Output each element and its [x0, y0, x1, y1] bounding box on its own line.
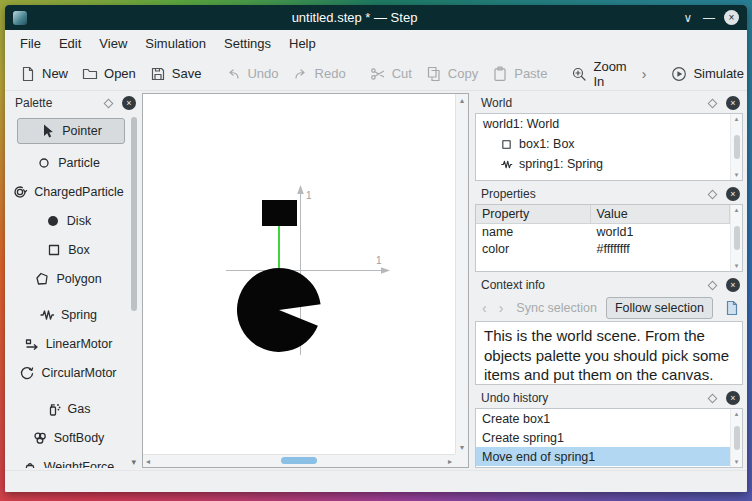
- close-panel-button[interactable]: ×: [726, 187, 740, 201]
- float-panel-icon[interactable]: [104, 98, 114, 108]
- redo-button[interactable]: Redo: [286, 61, 353, 87]
- paste-button[interactable]: Paste: [485, 61, 554, 87]
- properties-table: Property Value name world1 color #ffffff…: [476, 205, 730, 258]
- open-button[interactable]: Open: [75, 61, 143, 87]
- list-item-selected[interactable]: Move end of spring1: [476, 447, 730, 466]
- world-panel: World × world1: World box1: Box: [475, 93, 743, 181]
- sync-selection-button[interactable]: Sync selection: [511, 298, 602, 318]
- table-row[interactable]: color #ffffffff: [476, 241, 730, 258]
- redo-button-label: Redo: [315, 66, 346, 81]
- float-panel-icon[interactable]: [708, 393, 718, 403]
- menu-view[interactable]: View: [90, 32, 136, 55]
- column-header-value[interactable]: Value: [590, 205, 729, 224]
- canvas-horizontal-scrollbar[interactable]: ◂ ▸: [143, 454, 455, 467]
- disk-object[interactable]: [237, 268, 321, 352]
- undo-scrollbar[interactable]: ▴ ▾: [730, 409, 742, 467]
- close-panel-button[interactable]: ×: [726, 96, 740, 110]
- palette-item-linearmotor[interactable]: LinearMotor: [9, 329, 139, 358]
- close-panel-button[interactable]: ×: [726, 391, 740, 405]
- follow-selection-button[interactable]: Follow selection: [606, 297, 713, 319]
- palette-item-label: Pointer: [62, 124, 102, 138]
- scroll-down-icon[interactable]: ▾: [735, 171, 739, 179]
- palette-item-spring[interactable]: Spring: [9, 300, 139, 329]
- palette-item-weightforce[interactable]: WeightForce: [9, 452, 139, 468]
- copy-button[interactable]: Copy: [419, 61, 485, 87]
- palette-item-label: SoftBody: [54, 431, 105, 445]
- palette-item-disk[interactable]: Disk: [9, 206, 139, 235]
- undo-scrollbar-thumb[interactable]: [734, 426, 740, 450]
- new-button[interactable]: New: [13, 61, 75, 87]
- simulate-button[interactable]: Simulate ▾: [664, 61, 747, 87]
- palette-list: Pointer Particle ChargedParticle Disk: [9, 113, 139, 468]
- palette-item-softbody[interactable]: SoftBody: [9, 423, 139, 452]
- undo-button[interactable]: Undo: [218, 61, 285, 87]
- palette-item-box[interactable]: Box: [9, 235, 139, 264]
- properties-scrollbar-thumb[interactable]: [734, 226, 740, 250]
- canvas-hscroll-thumb[interactable]: [281, 457, 317, 464]
- scroll-down-icon[interactable]: ▾: [735, 458, 739, 466]
- world-panel-header: World ×: [475, 93, 743, 113]
- scroll-up-icon[interactable]: ▴: [735, 206, 739, 214]
- back-icon[interactable]: ‹: [478, 300, 491, 316]
- palette-scroll-down-icon[interactable]: ▾: [131, 457, 136, 467]
- shade-button[interactable]: ∨: [679, 11, 697, 25]
- scroll-down-icon[interactable]: ▾: [735, 262, 739, 270]
- palette-item-chargedparticle[interactable]: ChargedParticle: [9, 177, 139, 206]
- zoom-in-button[interactable]: Zoom In: [564, 54, 633, 94]
- world-scrollbar[interactable]: ▴ ▾: [730, 114, 742, 180]
- toolbar-overflow-chevron[interactable]: ›: [634, 66, 655, 82]
- scroll-left-icon[interactable]: ◂: [146, 457, 150, 466]
- list-item[interactable]: Create box1: [476, 409, 730, 428]
- property-value-cell[interactable]: #ffffffff: [590, 241, 729, 258]
- palette-item-particle[interactable]: Particle: [9, 148, 139, 177]
- scene-canvas[interactable]: 1 1 ▴ ▾ ◂ ▸: [142, 93, 469, 468]
- palette-item-pointer[interactable]: Pointer: [17, 118, 125, 144]
- canvas-vertical-scrollbar[interactable]: ▴ ▾: [455, 94, 468, 454]
- scroll-right-icon[interactable]: ▸: [448, 457, 452, 466]
- tree-item-world1[interactable]: world1: World: [476, 114, 742, 134]
- close-button[interactable]: ×: [724, 10, 739, 25]
- linear-motor-icon: [24, 336, 40, 352]
- table-row[interactable]: name world1: [476, 224, 730, 241]
- properties-table-wrap: Property Value name world1 color #ffffff…: [475, 204, 743, 272]
- tree-item-box1[interactable]: box1: Box: [476, 134, 742, 154]
- menu-simulation[interactable]: Simulation: [136, 32, 215, 55]
- palette-item-polygon[interactable]: Polygon: [9, 264, 139, 293]
- scroll-up-icon[interactable]: ▴: [735, 410, 739, 418]
- titlebar[interactable]: untitled.step * — Step ∨ — ×: [5, 5, 747, 30]
- menu-edit[interactable]: Edit: [50, 32, 90, 55]
- close-panel-button[interactable]: ×: [122, 96, 136, 110]
- scrollbar-corner: [455, 454, 468, 467]
- charged-particle-icon: [12, 184, 28, 200]
- palette-item-gas[interactable]: Gas: [9, 394, 139, 423]
- property-value-cell[interactable]: world1: [590, 224, 729, 241]
- scroll-up-icon[interactable]: ▴: [735, 115, 739, 123]
- properties-scrollbar[interactable]: ▴ ▾: [730, 205, 742, 271]
- palette-scrollbar[interactable]: [130, 117, 138, 452]
- list-item[interactable]: Create spring1: [476, 428, 730, 447]
- world-scrollbar-thumb[interactable]: [734, 135, 740, 159]
- menu-help[interactable]: Help: [280, 32, 325, 55]
- float-panel-icon[interactable]: [708, 189, 718, 199]
- palette-scrollbar-thumb[interactable]: [131, 117, 137, 311]
- cut-button[interactable]: Cut: [363, 61, 419, 87]
- menu-file[interactable]: File: [11, 32, 50, 55]
- tree-item-spring1[interactable]: spring1: Spring: [476, 154, 742, 174]
- save-button[interactable]: Save: [143, 61, 209, 87]
- scene-view[interactable]: 1 1: [143, 94, 455, 454]
- box1-object[interactable]: [262, 200, 297, 226]
- float-panel-icon[interactable]: [708, 280, 718, 290]
- close-panel-button[interactable]: ×: [726, 278, 740, 292]
- palette-item-circularmotor[interactable]: CircularMotor: [9, 358, 139, 387]
- palette-item-label: Polygon: [56, 272, 101, 286]
- simulate-button-label: Simulate: [693, 66, 744, 81]
- open-in-browser-icon[interactable]: [724, 300, 740, 316]
- minimize-button[interactable]: —: [700, 11, 718, 25]
- scroll-down-icon[interactable]: ▾: [460, 443, 464, 452]
- forward-icon[interactable]: ›: [495, 300, 508, 316]
- cut-icon: [370, 66, 386, 82]
- scroll-up-icon[interactable]: ▴: [460, 96, 464, 105]
- column-header-property[interactable]: Property: [476, 205, 590, 224]
- menu-settings[interactable]: Settings: [215, 32, 280, 55]
- float-panel-icon[interactable]: [708, 98, 718, 108]
